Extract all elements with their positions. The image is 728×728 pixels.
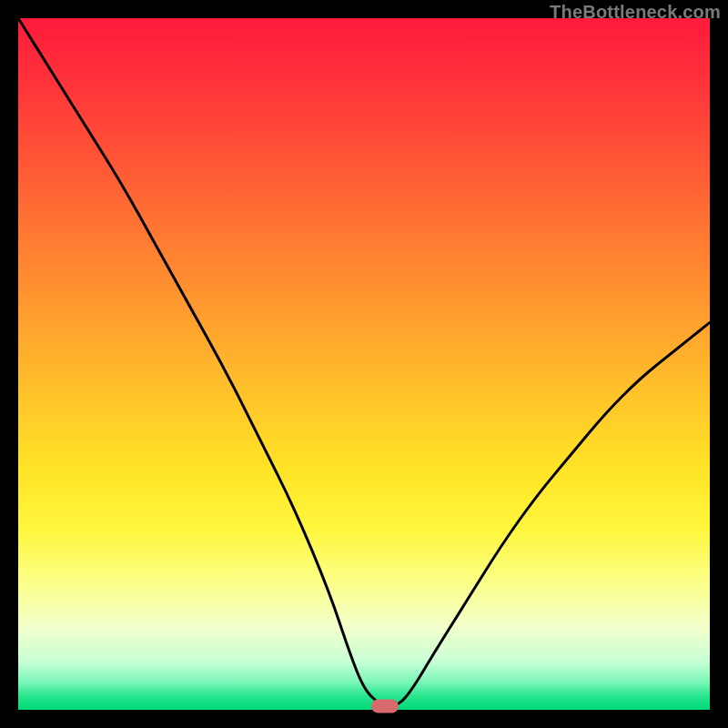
chart-gradient-background [18, 18, 710, 710]
chart-frame: TheBottleneck.com [0, 0, 728, 728]
watermark-text: TheBottleneck.com [550, 2, 721, 23]
